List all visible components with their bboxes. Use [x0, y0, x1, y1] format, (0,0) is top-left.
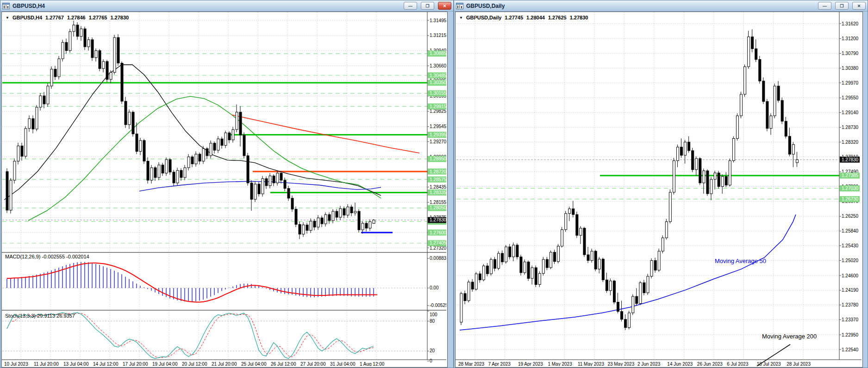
grid: [2, 12, 427, 360]
bull-candle: [347, 207, 349, 215]
bear-candle: [6, 172, 8, 210]
bull-candle: [542, 259, 544, 273]
price-tick-label: 1.23780: [842, 302, 859, 307]
bear-candle: [587, 255, 589, 260]
price-tick-label: 1.28435: [430, 184, 446, 190]
bull-candle: [580, 228, 582, 236]
bear-candle: [91, 40, 94, 58]
bull-candle: [110, 73, 112, 80]
minimize-button[interactable]: —: [404, 2, 417, 10]
bull-candle: [369, 221, 371, 228]
bear-candle: [520, 257, 522, 273]
annotation-text: Moving Average 200: [762, 333, 817, 340]
bull-candle: [568, 209, 571, 214]
moving-average-50[interactable]: [460, 215, 796, 330]
chart-canvas-gbpusd-daily[interactable]: Moving Average 50Moving Average 2001.316…: [456, 12, 862, 366]
price-tick-label: 1.29140: [842, 110, 859, 115]
window-title: GBPUSD,H4: [12, 3, 45, 9]
bull-candle: [128, 112, 131, 125]
bull-candle: [505, 247, 507, 262]
bear-candle: [621, 312, 623, 319]
restore-button[interactable]: ❐: [421, 2, 434, 10]
bull-candle: [740, 94, 743, 116]
support-resistance-levels[interactable]: [456, 176, 839, 199]
bear-candle: [65, 43, 68, 51]
bull-candle: [550, 252, 552, 268]
stoch-scale-label: 100: [430, 312, 437, 317]
price-tick-label: 1.31215: [430, 33, 446, 38]
restore-button[interactable]: ❐: [835, 2, 849, 10]
bear-candle: [617, 302, 619, 312]
bull-candle: [276, 173, 279, 183]
chart-canvas-gbpusd-h4[interactable]: MACD(12,26,9) -0.002555 -0.0020140.00883…: [2, 12, 446, 366]
time-scale[interactable]: 28 Mar 20237 Apr 202319 Apr 20231 May 20…: [456, 360, 862, 366]
price-badge-label: 1.28335: [430, 190, 446, 195]
bull-candle: [210, 143, 212, 156]
bull-candle: [736, 116, 738, 139]
bear-candle: [191, 157, 194, 164]
bear-candle: [180, 171, 182, 178]
titlebar-gbpusd-daily[interactable]: GBPUSD,Daily — ❐ ✕: [454, 0, 868, 12]
bull-candle: [591, 251, 593, 260]
bear-candle: [136, 134, 138, 152]
bull-candle: [87, 40, 90, 47]
time-tick-label: 27 Jul 20:00: [300, 362, 326, 366]
bull-candle: [475, 274, 477, 289]
bear-candle: [471, 282, 474, 289]
bull-candle: [732, 138, 735, 160]
bull-candle: [744, 67, 746, 94]
bull-candle: [460, 294, 462, 322]
bear-candle: [32, 119, 34, 129]
time-scale[interactable]: 10 Jul 202311 Jul 20:0013 Jul 04:0014 Ju…: [2, 360, 446, 366]
bull-candle: [39, 96, 42, 107]
bull-candle: [714, 173, 716, 179]
macd-scale-label: 0.008837: [430, 256, 446, 261]
window-gbpusd-h4[interactable]: GBPUSD,H4 — ❐ ✕ ▼ GBPUSD,H4 1.27767 1.27…: [0, 0, 454, 368]
bear-candle: [284, 180, 286, 189]
bull-candle: [202, 149, 205, 161]
bear-candle: [162, 165, 164, 173]
bull-candle: [58, 59, 60, 77]
time-tick-label: 31 Jul 04:00: [330, 362, 356, 366]
bear-candle: [169, 159, 171, 172]
close-button[interactable]: ✕: [438, 2, 451, 10]
bear-candle: [273, 176, 275, 183]
bear-candle: [306, 225, 308, 231]
macd-scale-label: 0.00: [430, 285, 439, 290]
chart-area-gbpusd-daily[interactable]: ▼ GBPUSD,Daily 1.27745 1.28044 1.27625 1…: [455, 12, 863, 368]
bull-candle: [184, 168, 186, 178]
bear-candle: [106, 61, 108, 80]
close-button[interactable]: ✕: [852, 2, 866, 10]
bear-candle: [358, 211, 360, 230]
bull-candle: [658, 251, 660, 270]
minimize-button[interactable]: —: [818, 2, 831, 10]
time-tick-label: 25 Jul 04:00: [241, 362, 267, 366]
bear-candle: [766, 101, 768, 128]
price-badge-label: 1.28050: [430, 205, 446, 210]
window-gbpusd-daily[interactable]: GBPUSD,Daily — ❐ ✕ ▼ GBPUSD,Daily 1.2774…: [454, 0, 868, 368]
stoch-scale-label: 20: [430, 348, 435, 353]
titlebar-gbpusd-h4[interactable]: GBPUSD,H4 — ❐ ✕: [0, 0, 453, 12]
bear-candle: [576, 215, 578, 235]
price-tick-label: 1.22950: [842, 332, 859, 337]
price-scale[interactable]: 1.316201.312001.307901.303801.299701.295…: [839, 12, 860, 360]
bear-candle: [239, 112, 242, 135]
time-tick-label: 14 Jul 12:00: [93, 362, 119, 366]
price-badge-label: 1.29395: [430, 132, 446, 137]
bull-candle: [28, 119, 31, 129]
bull-candle: [524, 262, 526, 273]
time-tick-label: 21 Jul 20:00: [212, 362, 237, 366]
trendline-red[interactable]: [232, 115, 419, 153]
bear-candle: [43, 96, 45, 104]
time-tick-label: 1 May 2023: [548, 362, 572, 366]
chart-area-gbpusd-h4[interactable]: ▼ GBPUSD,H4 1.27767 1.27846 1.27765 1.27…: [1, 12, 448, 368]
bear-candle: [486, 266, 488, 274]
bear-candle: [99, 50, 101, 68]
bear-candle: [213, 143, 216, 150]
time-tick-label: 18 Jul 2023: [757, 362, 781, 366]
bear-candle: [173, 172, 175, 183]
bull-candle: [269, 176, 271, 185]
time-tick-label: 6 Jul 2023: [727, 362, 749, 366]
price-tick-label: 1.23370: [842, 317, 859, 322]
bull-candle: [262, 178, 264, 194]
